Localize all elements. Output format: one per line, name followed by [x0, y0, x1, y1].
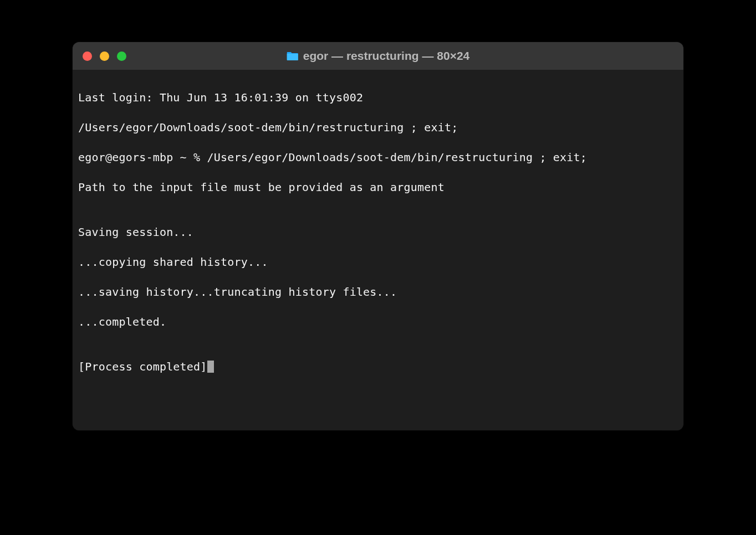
traffic-lights: [83, 52, 126, 61]
close-button[interactable]: [83, 52, 92, 61]
terminal-line: ...completed.: [78, 315, 678, 330]
window-titlebar[interactable]: egor — restructuring — 80×24: [73, 42, 683, 70]
terminal-line: Saving session...: [78, 225, 678, 240]
terminal-window: egor — restructuring — 80×24 Last login:…: [73, 42, 683, 430]
terminal-output[interactable]: Last login: Thu Jun 13 16:01:39 on ttys0…: [73, 70, 683, 430]
terminal-line: Last login: Thu Jun 13 16:01:39 on ttys0…: [78, 90, 678, 105]
window-title: egor — restructuring — 80×24: [287, 49, 470, 63]
window-title-text: egor — restructuring — 80×24: [303, 49, 470, 63]
terminal-line: [Process completed]: [78, 359, 678, 374]
terminal-line-text: [Process completed]: [78, 360, 207, 373]
folder-icon: [287, 51, 299, 61]
maximize-button[interactable]: [117, 52, 126, 61]
terminal-line: /Users/egor/Downloads/soot-dem/bin/restr…: [78, 120, 678, 135]
minimize-button[interactable]: [100, 52, 109, 61]
terminal-line: ...copying shared history...: [78, 255, 678, 270]
cursor: [207, 361, 214, 373]
terminal-line: Path to the input file must be provided …: [78, 180, 678, 195]
terminal-line: egor@egors-mbp ~ % /Users/egor/Downloads…: [78, 150, 678, 165]
terminal-line: ...saving history...truncating history f…: [78, 285, 678, 300]
